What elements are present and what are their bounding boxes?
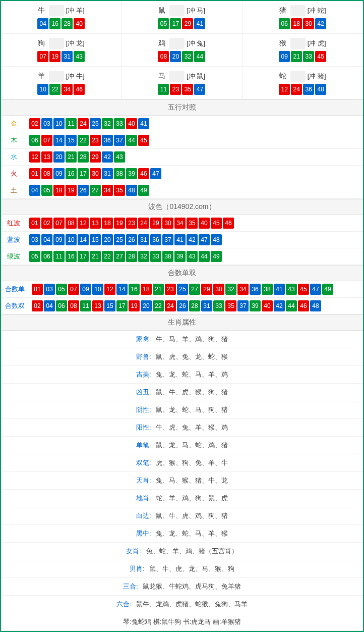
number-ball: 11 — [53, 251, 65, 262]
number-ball: 47 — [199, 234, 210, 245]
number-ball: 44 — [199, 251, 210, 262]
number-ball: 48 — [310, 300, 321, 311]
number-ball: 13 — [41, 151, 52, 163]
number-ball: 31 — [201, 300, 212, 311]
number-ball: 43 — [286, 284, 297, 295]
number-ball: 34 — [174, 218, 186, 229]
number-ball: 22 — [49, 84, 60, 95]
table-row: 蓝波 03040910141520252631363741424748 — [1, 232, 363, 248]
attr-row: 阴性: 鼠、龙、蛇、马、狗、猪 — [1, 401, 363, 419]
zodiac-nums: 09213345 — [242, 51, 363, 62]
attr-row: 双笔: 虎、猴、狗、兔、羊、牛 — [1, 454, 363, 472]
zodiac-icon — [49, 38, 64, 49]
number-ball: 36 — [102, 135, 113, 146]
table-row: 木 06071415222336374445 — [1, 132, 363, 149]
zodiac-conflict: [冲 兔] — [187, 39, 205, 48]
number-ball: 43 — [74, 51, 85, 62]
zodiac-head: 鼠 [冲 马] — [122, 5, 241, 16]
attr-label: 单笔: — [136, 441, 151, 449]
attr-label: 男肖: — [130, 565, 145, 572]
number-ball: 22 — [78, 135, 89, 146]
number-ball: 44 — [194, 51, 205, 62]
zodiac-icon — [169, 38, 185, 49]
number-ball: 24 — [165, 300, 176, 311]
zodiac-nums: 08203244 — [122, 51, 241, 62]
number-ball: 38 — [262, 284, 273, 295]
row-label: 蓝波 — [1, 235, 26, 244]
number-ball: 48 — [211, 234, 222, 245]
zodiac-cell: 鼠 [冲 马] 05172941 — [122, 1, 242, 34]
number-ball: 44 — [126, 135, 137, 146]
zodiac-name: 鸡 — [158, 39, 165, 48]
number-ball: 16 — [66, 168, 77, 179]
zodiac-icon — [169, 5, 185, 16]
number-ball: 42 — [187, 234, 198, 245]
number-ball: 40 — [262, 300, 273, 311]
attr-label: 吉美: — [136, 371, 151, 378]
number-ball: 37 — [237, 300, 249, 311]
number-ball: 08 — [66, 218, 77, 229]
number-ball: 39 — [126, 168, 137, 179]
number-ball: 36 — [150, 234, 161, 245]
number-ball: 37 — [114, 135, 125, 146]
zodiac-head: 猪 [冲 蛇] — [242, 5, 363, 16]
number-ball: 05 — [29, 251, 40, 262]
row-label: 绿波 — [1, 252, 26, 261]
number-ball: 16 — [66, 251, 77, 262]
number-ball: 30 — [303, 18, 314, 29]
attr-value: 兔、龙、蛇、马、羊、猴 — [156, 530, 228, 537]
number-ball: 10 — [92, 284, 103, 295]
number-ball: 33 — [114, 118, 125, 129]
number-ball: 47 — [310, 284, 321, 295]
number-ball: 34 — [102, 185, 113, 196]
zodiac-head: 狗 [冲 龙] — [1, 38, 121, 49]
attr-value: 兔、蛇、羊、鸡、猪（五宫肖） — [146, 547, 238, 555]
attr-label: 女肖: — [126, 547, 141, 555]
number-ball: 49 — [211, 251, 222, 262]
row-nums: 0103050709101214161821232527293032343638… — [29, 282, 336, 297]
number-ball: 45 — [315, 51, 326, 62]
attr-row: 黑中: 兔、龙、蛇、马、羊、猴 — [1, 525, 363, 543]
zodiac-name: 猪 — [279, 6, 286, 15]
number-ball: 29 — [90, 151, 101, 163]
zodiac-head: 蛇 [冲 猪] — [242, 71, 363, 82]
number-ball: 29 — [150, 218, 161, 229]
table-row: 金 02031011242532334041 — [1, 116, 363, 132]
number-ball: 38 — [114, 168, 125, 179]
number-ball: 25 — [90, 118, 101, 129]
number-ball: 24 — [291, 84, 302, 95]
number-ball: 39 — [174, 251, 186, 262]
zodiac-nums: 12243648 — [242, 84, 363, 95]
heshu-header: 合数单双 — [1, 265, 363, 281]
row-label: 红波 — [1, 219, 26, 228]
zodiac-name: 猴 — [279, 39, 286, 48]
zodiac-name: 鼠 — [158, 6, 165, 15]
attr-value: 鼠、龙、马、蛇、鸡、猪 — [156, 441, 228, 449]
number-ball: 41 — [274, 284, 285, 295]
number-ball: 27 — [189, 284, 200, 295]
number-ball: 17 — [116, 300, 128, 311]
number-ball: 11 — [158, 84, 169, 95]
number-ball: 05 — [158, 18, 169, 29]
number-ball: 49 — [138, 185, 149, 196]
number-ball: 35 — [182, 84, 193, 95]
number-ball: 46 — [138, 168, 149, 179]
number-ball: 31 — [102, 168, 113, 179]
attr-value: 鼠、牛、虎、龙、马、猴、狗 — [149, 565, 234, 572]
number-ball: 47 — [194, 84, 205, 95]
number-ball: 18 — [141, 284, 152, 295]
number-ball: 36 — [303, 84, 314, 95]
bose-header: 波色（014902.com） — [1, 199, 363, 215]
row-label: 土 — [1, 186, 26, 195]
zodiac-nums: 11233547 — [122, 84, 241, 95]
number-ball: 41 — [194, 18, 205, 29]
number-ball: 30 — [90, 168, 101, 179]
number-ball: 33 — [213, 300, 224, 311]
table-row: 土 04051819262734354849 — [1, 182, 363, 199]
number-ball: 14 — [116, 284, 128, 295]
row-nums: 05061116172122272832333839434449 — [26, 249, 225, 264]
number-ball: 19 — [66, 185, 77, 196]
main-container: 牛 [冲 羊] 04162840 鼠 [冲 马] 05172941 猪 [冲 蛇… — [0, 0, 364, 632]
number-ball: 25 — [177, 284, 188, 295]
attr-value: 兔、马、猴、猪、牛、龙 — [156, 477, 228, 484]
